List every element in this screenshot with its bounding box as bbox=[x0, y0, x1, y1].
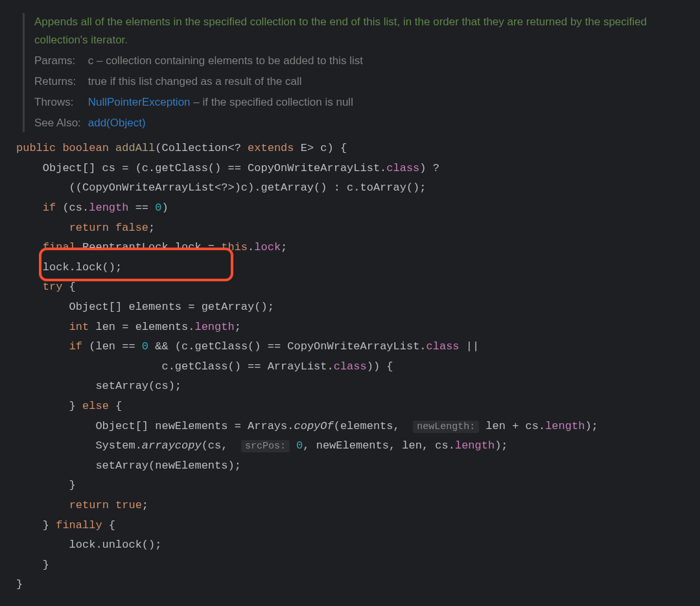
code-line-3[interactable]: ((CopyOnWriteArrayList<?>)c).getArray() … bbox=[16, 178, 684, 198]
javadoc-seealso-label: See Also: bbox=[34, 114, 85, 132]
code-line-8[interactable]: try { bbox=[16, 277, 684, 297]
javadoc-params: Params: c – collection containing elemen… bbox=[34, 52, 684, 70]
inlay-hint-srcpos: srcPos: bbox=[241, 440, 290, 452]
javadoc-returns-label: Returns: bbox=[34, 73, 85, 91]
javadoc-seealso: See Also: add(Object) bbox=[34, 114, 684, 132]
code-line-7[interactable]: lock.lock(); bbox=[16, 258, 684, 278]
javadoc-throws-desc: – if the specified collection is null bbox=[193, 96, 353, 108]
javadoc-returns: Returns: true if this list changed as a … bbox=[34, 73, 684, 91]
code-line-13[interactable]: setArray(cs); bbox=[16, 377, 684, 397]
code-line-23[interactable]: } bbox=[16, 575, 684, 595]
code-line-16[interactable]: System.arraycopy(cs, srcPos: 0, newEleme… bbox=[16, 436, 684, 456]
javadoc-params-desc: – collection containing elements to be a… bbox=[97, 54, 363, 67]
code-line-20[interactable]: } finally { bbox=[16, 516, 684, 536]
javadoc-params-name: c bbox=[88, 54, 94, 67]
code-line-15[interactable]: Object[] newElements = Arrays.copyOf(ele… bbox=[16, 417, 684, 437]
code-line-19[interactable]: return true; bbox=[16, 496, 684, 516]
code-line-9[interactable]: Object[] elements = getArray(); bbox=[16, 297, 684, 318]
javadoc-params-label: Params: bbox=[34, 52, 85, 70]
code-line-4[interactable]: if (cs.length == 0) bbox=[16, 198, 684, 218]
code-line-5[interactable]: return false; bbox=[16, 218, 684, 239]
code-line-17[interactable]: setArray(newElements); bbox=[16, 456, 684, 476]
code-editor[interactable]: public boolean addAll(Collection<? exten… bbox=[16, 139, 684, 595]
javadoc-throws-link[interactable]: NullPointerException bbox=[88, 96, 191, 108]
javadoc-returns-desc: true if this list changed as a result of… bbox=[88, 75, 302, 87]
javadoc-block: Appends all of the elements in the speci… bbox=[23, 13, 684, 132]
javadoc-seealso-link[interactable]: add(Object) bbox=[88, 117, 146, 129]
code-line-12[interactable]: c.getClass() == ArrayList.class)) { bbox=[16, 357, 684, 377]
javadoc-throws-label: Throws: bbox=[34, 93, 85, 111]
javadoc-description: Appends all of the elements in the speci… bbox=[34, 13, 684, 49]
code-line-6[interactable]: final ReentrantLock lock = this.lock; bbox=[16, 238, 684, 258]
code-line-10[interactable]: int len = elements.length; bbox=[16, 318, 684, 338]
code-line-11[interactable]: if (len == 0 && (c.getClass() == CopyOnW… bbox=[16, 337, 684, 357]
code-line-2[interactable]: Object[] cs = (c.getClass() == CopyOnWri… bbox=[16, 159, 684, 179]
code-line-18[interactable]: } bbox=[16, 476, 684, 496]
code-line-14[interactable]: } else { bbox=[16, 397, 684, 417]
code-line-21[interactable]: lock.unlock(); bbox=[16, 535, 684, 555]
inlay-hint-newlength: newLength: bbox=[413, 421, 479, 433]
javadoc-throws: Throws: NullPointerException – if the sp… bbox=[34, 93, 684, 111]
code-line-1[interactable]: public boolean addAll(Collection<? exten… bbox=[16, 139, 684, 159]
code-line-22[interactable]: } bbox=[16, 555, 684, 576]
